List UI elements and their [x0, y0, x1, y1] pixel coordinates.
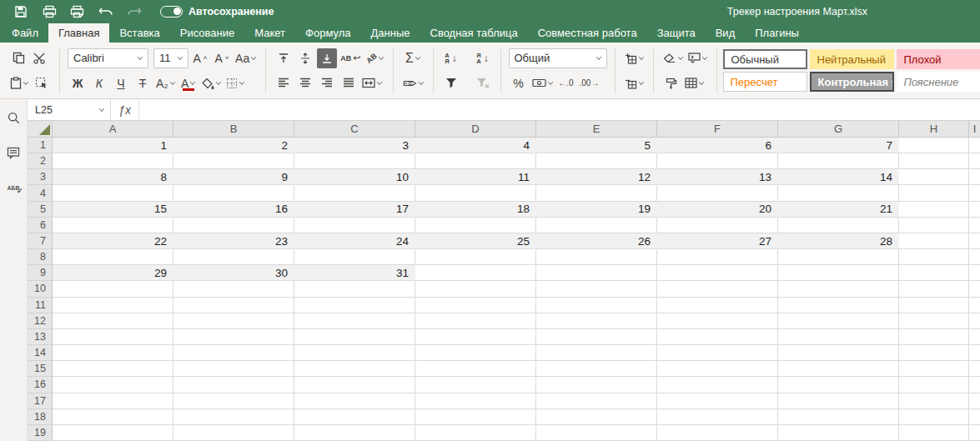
insert-cells-button[interactable]: [623, 48, 646, 68]
cell-style-chip[interactable]: Нейтральный: [810, 49, 894, 69]
cell[interactable]: [294, 153, 415, 169]
decrease-decimal-button[interactable]: ←.0: [556, 73, 576, 93]
cell[interactable]: [173, 313, 294, 329]
row-header[interactable]: 18: [28, 409, 53, 425]
cell[interactable]: [899, 202, 969, 218]
cell[interactable]: 17: [294, 202, 415, 218]
cell[interactable]: 13: [657, 169, 778, 185]
cell[interactable]: [969, 298, 980, 313]
cell[interactable]: [536, 249, 657, 265]
align-middle-button[interactable]: [295, 48, 315, 68]
cell[interactable]: 5: [536, 138, 657, 153]
cell-style-chip[interactable]: Пересчет: [723, 72, 807, 92]
copy-button[interactable]: [8, 48, 28, 68]
cell[interactable]: [415, 249, 536, 265]
cell[interactable]: [778, 218, 899, 233]
cell[interactable]: [899, 233, 969, 249]
cell[interactable]: [969, 169, 980, 185]
print-button[interactable]: [35, 2, 63, 22]
row-header[interactable]: 7: [28, 233, 53, 249]
row-header[interactable]: 12: [28, 313, 53, 329]
cell[interactable]: [173, 298, 294, 313]
cut-button[interactable]: [30, 48, 50, 68]
cell[interactable]: [294, 218, 415, 233]
font-name-combo[interactable]: Calibri: [68, 48, 148, 68]
cell[interactable]: 27: [657, 233, 778, 249]
ribbon-tab[interactable]: Рисование: [170, 23, 244, 43]
cell[interactable]: 7: [778, 138, 899, 153]
cell[interactable]: [657, 361, 778, 377]
cell[interactable]: 1: [53, 138, 173, 153]
cell-style-chip[interactable]: Плохой: [897, 49, 980, 69]
column-header[interactable]: G: [778, 121, 899, 138]
cell[interactable]: [173, 185, 294, 201]
ribbon-tab[interactable]: Главная: [48, 23, 109, 43]
cell[interactable]: [415, 393, 536, 409]
paste-button[interactable]: [8, 73, 30, 93]
cell[interactable]: [657, 218, 778, 233]
cell[interactable]: [778, 425, 899, 441]
bold-button[interactable]: Ж: [68, 73, 88, 93]
filter-button[interactable]: [441, 73, 461, 93]
cell[interactable]: [536, 313, 657, 329]
cell[interactable]: [899, 409, 969, 425]
cell[interactable]: [536, 409, 657, 425]
cell[interactable]: [969, 265, 980, 281]
sort-ascending-button[interactable]: АЯ↓: [441, 48, 461, 68]
row-header[interactable]: 17: [28, 393, 53, 409]
ribbon-tab[interactable]: Макет: [244, 23, 295, 43]
cell[interactable]: [778, 393, 899, 409]
comments-button[interactable]: [5, 144, 22, 161]
cell[interactable]: [173, 329, 294, 345]
cell[interactable]: [657, 313, 778, 329]
cell[interactable]: [899, 313, 969, 329]
column-header[interactable]: A: [53, 121, 173, 138]
cell[interactable]: [294, 361, 415, 377]
cell[interactable]: [657, 409, 778, 425]
cell[interactable]: [294, 298, 415, 313]
fill-color-button[interactable]: [200, 73, 223, 93]
cell[interactable]: [899, 218, 969, 233]
cell[interactable]: [778, 249, 899, 265]
cell[interactable]: [778, 298, 899, 313]
ribbon-tab[interactable]: Защита: [647, 23, 706, 43]
cell[interactable]: [899, 377, 969, 393]
cell[interactable]: [173, 393, 294, 409]
cell[interactable]: 4: [415, 138, 536, 153]
search-button[interactable]: [5, 109, 22, 126]
format-painter-button[interactable]: [661, 73, 681, 93]
align-right-button[interactable]: [317, 73, 337, 93]
cell[interactable]: [899, 361, 969, 377]
delete-cells-button[interactable]: [623, 73, 646, 93]
ribbon-tab[interactable]: Совместная работа: [528, 23, 647, 43]
number-format-combo[interactable]: Общий: [509, 48, 607, 68]
cell[interactable]: [969, 313, 980, 329]
borders-button[interactable]: [224, 73, 246, 93]
cell[interactable]: 10: [294, 169, 415, 185]
cell[interactable]: [415, 361, 536, 377]
row-header[interactable]: 5: [28, 202, 53, 218]
cell[interactable]: [294, 377, 415, 393]
row-header[interactable]: 14: [28, 345, 53, 361]
formula-input[interactable]: [139, 99, 980, 120]
cell[interactable]: [173, 345, 294, 361]
cell[interactable]: [415, 281, 536, 297]
cell-style-chip[interactable]: Контрольная я: [810, 72, 894, 92]
undo-button[interactable]: [92, 2, 120, 22]
ribbon-tab[interactable]: Файл: [2, 23, 48, 43]
cell-style-chip[interactable]: Обычный: [723, 49, 807, 69]
row-header[interactable]: 10: [28, 281, 53, 297]
autosave-toggle[interactable]: [160, 6, 183, 18]
column-header[interactable]: H: [899, 121, 969, 138]
cell[interactable]: [969, 329, 980, 345]
cell[interactable]: [969, 249, 980, 265]
cell[interactable]: [778, 313, 899, 329]
cell[interactable]: [899, 185, 969, 201]
name-box[interactable]: L25: [28, 99, 111, 120]
increase-font-button[interactable]: А˄: [190, 48, 210, 68]
cell[interactable]: [969, 409, 980, 425]
cell[interactable]: 2: [173, 138, 294, 153]
cell[interactable]: 24: [294, 233, 415, 249]
quick-print-button[interactable]: [63, 2, 92, 22]
ribbon-tab[interactable]: Сводная таблица: [420, 23, 528, 43]
